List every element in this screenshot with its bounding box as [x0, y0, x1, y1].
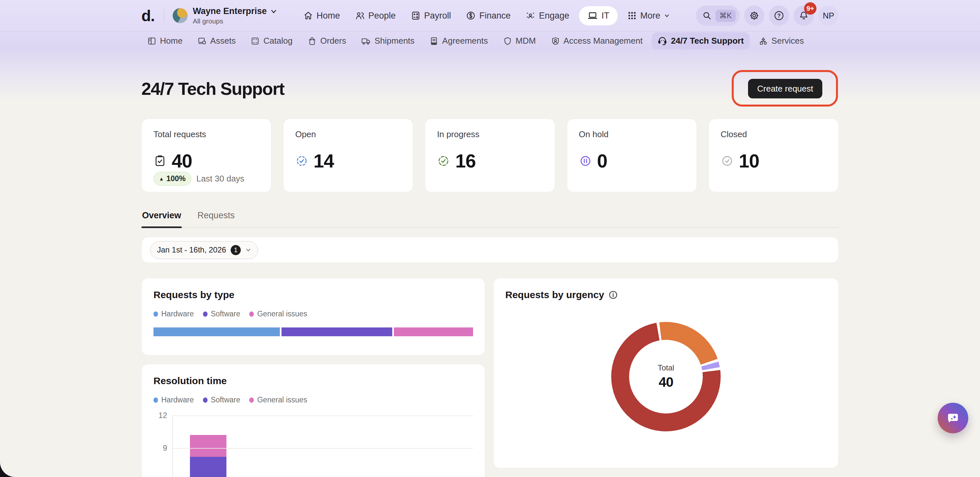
triangle-up-icon: ▲ — [159, 176, 164, 181]
subnav-item-home[interactable]: Home — [142, 32, 188, 49]
subnav-label: Orders — [320, 36, 346, 46]
nav-label: Home — [317, 11, 340, 21]
chevron-down-icon — [270, 8, 277, 15]
grid-dots-icon — [627, 11, 636, 20]
legend-item-software: Software — [203, 396, 240, 404]
donut-center-label: Total — [658, 363, 675, 372]
avatar-initials: NP — [823, 11, 834, 21]
chevron-down-icon — [664, 13, 670, 19]
stat-card-total-requests: Total requests 40 ▲100% Last 30 days — [142, 119, 271, 192]
calculator-icon — [411, 11, 421, 21]
create-request-button[interactable]: Create request — [748, 79, 822, 99]
search-button[interactable]: ⌘K — [696, 6, 740, 26]
chat-sparkle-icon — [945, 410, 961, 426]
divider — [164, 8, 164, 23]
tab-requests[interactable]: Requests — [197, 207, 235, 227]
subnav-label: Access Management — [564, 36, 643, 46]
document-icon — [430, 37, 439, 46]
nav-item-engage[interactable]: Engage — [520, 6, 574, 25]
org-avatar — [173, 8, 188, 23]
stacked-column — [190, 415, 226, 477]
stat-card-on-hold: On hold 0 — [567, 119, 697, 192]
subnav-label: Shipments — [374, 36, 414, 46]
search-icon — [702, 11, 711, 20]
nav-item-home[interactable]: Home — [298, 6, 345, 25]
header-tools: ⌘K ? 9+ — [696, 6, 838, 26]
user-avatar[interactable]: NP — [818, 6, 838, 26]
stat-card-closed: Closed 10 — [709, 119, 838, 192]
subnav-item-mdm[interactable]: MDM — [497, 32, 542, 49]
subnav-label: 24/7 Tech Support — [671, 36, 743, 46]
nav-item-finance[interactable]: Finance — [461, 6, 516, 25]
requests-by-urgency-card: Requests by urgency Total 40 — [493, 278, 838, 468]
subnav-label: Home — [160, 36, 183, 46]
nav-label: Finance — [479, 11, 511, 21]
tab-overview[interactable]: Overview — [142, 207, 182, 227]
org-scope: All groups — [193, 17, 277, 25]
module-nav: Home Assets Catalog Orders — [0, 31, 980, 50]
nav-item-payroll[interactable]: Payroll — [406, 6, 457, 25]
chevron-down-icon — [245, 247, 251, 253]
stat-label: In progress — [437, 129, 543, 140]
catalog-icon — [251, 37, 260, 46]
stat-label: Closed — [721, 129, 827, 140]
top-nav: Home People Payroll — [298, 6, 675, 25]
people-icon — [355, 11, 365, 21]
screen: d. Wayne Enterprise All groups — [0, 0, 980, 477]
help-icon: ? — [773, 10, 784, 21]
subnav-item-tech-support[interactable]: 24/7 Tech Support — [652, 32, 749, 49]
subnav-label: Catalog — [263, 36, 293, 46]
stacked-bar — [153, 328, 473, 336]
legend: Hardware Software General issues — [153, 396, 473, 404]
home-icon — [303, 11, 313, 21]
nav-label: More — [640, 11, 660, 21]
brand-logo[interactable]: d. — [142, 7, 155, 25]
notifications-button[interactable]: 9+ — [794, 6, 814, 26]
subnav-item-shipments[interactable]: Shipments — [355, 32, 420, 49]
laptop-icon — [587, 11, 598, 21]
settings-button[interactable] — [744, 6, 764, 26]
in-progress-status-icon — [437, 154, 450, 167]
nav-label: Payroll — [424, 11, 451, 21]
info-icon[interactable] — [609, 290, 618, 299]
stat-label: On hold — [579, 129, 685, 140]
legend-dot — [249, 312, 254, 317]
org-switcher[interactable]: Wayne Enterprise All groups — [173, 6, 277, 25]
shield-icon — [503, 37, 512, 46]
nav-item-people[interactable]: People — [350, 6, 401, 25]
subnav-label: Assets — [210, 36, 235, 46]
subnav-item-access-management[interactable]: Access Management — [545, 32, 649, 49]
ai-assistant-button[interactable] — [938, 403, 968, 433]
subnav-item-agreements[interactable]: Agreements — [423, 32, 493, 49]
stats-row: Total requests 40 ▲100% Last 30 days Ope… — [142, 119, 838, 192]
subnav-label: MDM — [516, 36, 536, 46]
org-name: Wayne Enterprise — [193, 6, 267, 16]
main-content: 24/7 Tech Support Create request Total r… — [142, 74, 838, 477]
help-button[interactable]: ? — [769, 6, 789, 26]
legend-dot — [203, 398, 208, 403]
subnav-item-catalog[interactable]: Catalog — [245, 32, 298, 49]
legend-item-software: Software — [203, 310, 240, 318]
stat-card-open: Open 14 — [283, 119, 413, 192]
nav-item-more[interactable]: More — [622, 6, 675, 25]
filter-bar: Jan 1st - 16th, 2026 1 — [142, 237, 838, 263]
page-title: 24/7 Tech Support — [142, 78, 285, 99]
donut-chart: Total 40 — [611, 322, 721, 431]
date-range-filter[interactable]: Jan 1st - 16th, 2026 1 — [150, 241, 258, 259]
nav-label: People — [369, 11, 396, 21]
stat-value: 14 — [313, 150, 334, 172]
trend-badge: ▲100% — [153, 172, 191, 186]
subnav-item-services[interactable]: Services — [753, 32, 810, 49]
subnav-item-assets[interactable]: Assets — [192, 32, 242, 49]
stat-value: 40 — [172, 150, 192, 172]
subnav-item-orders[interactable]: Orders — [302, 32, 352, 49]
stat-card-in-progress: In progress 16 — [425, 119, 555, 192]
nav-item-it[interactable]: IT — [579, 6, 618, 25]
filter-count-badge: 1 — [231, 245, 241, 255]
headset-icon — [657, 36, 667, 46]
stat-value: 10 — [739, 150, 759, 172]
nav-label: Engage — [539, 11, 569, 21]
donut-center-value: 40 — [659, 374, 673, 390]
app-window: d. Wayne Enterprise All groups — [0, 0, 980, 477]
legend-dot — [249, 398, 254, 403]
